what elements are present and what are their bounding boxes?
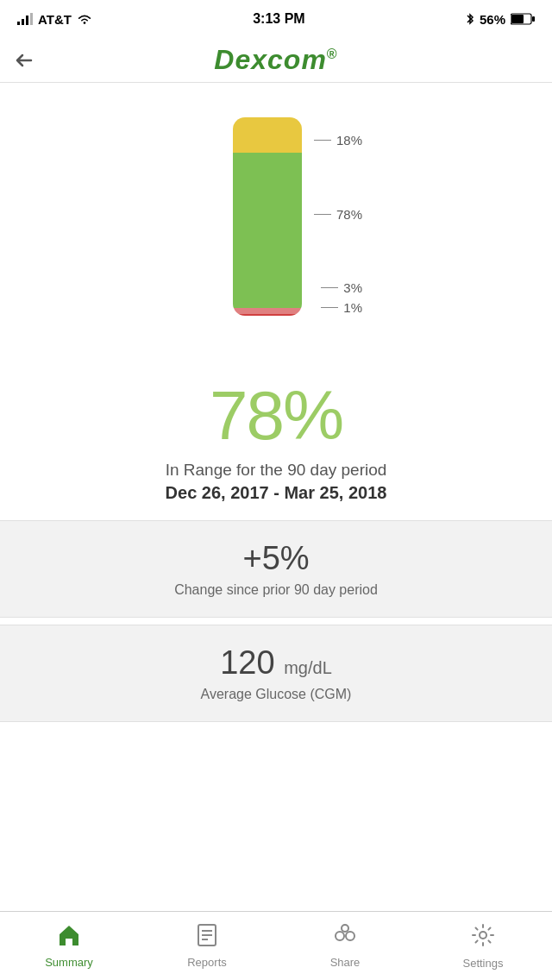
bluetooth-icon: [466, 12, 474, 26]
bottom-nav: Summary Reports Share: [0, 911, 552, 980]
status-time: 3:13 PM: [253, 11, 304, 27]
status-right: 56%: [466, 12, 535, 27]
big-percentage: 78%: [0, 376, 552, 455]
nav-reports[interactable]: Reports: [138, 912, 276, 980]
brand-logo: Dexcom®: [214, 44, 337, 76]
status-left: AT&T: [17, 12, 92, 27]
reports-label: Reports: [187, 956, 227, 969]
svg-rect-0: [17, 22, 20, 25]
signal-icon: [17, 13, 33, 25]
svg-point-14: [342, 925, 348, 932]
main-content: 18% 78% 3% 1% 78% In Range for the 90 da…: [0, 83, 552, 911]
app-header: Dexcom®: [0, 38, 552, 83]
svg-point-15: [480, 932, 486, 939]
svg-point-4: [84, 22, 86, 24]
glucose-value: 120 mg/dL: [17, 644, 535, 682]
share-icon: [331, 924, 359, 952]
change-value: +5%: [17, 540, 535, 577]
svg-rect-1: [22, 19, 24, 25]
chart-labels: 18% 78% 3% 1%: [190, 117, 362, 316]
chart-area: 18% 78% 3% 1%: [0, 100, 552, 368]
svg-rect-6: [511, 15, 524, 23]
share-label: Share: [330, 956, 361, 969]
svg-point-13: [346, 932, 354, 940]
nav-settings[interactable]: Settings: [414, 912, 552, 980]
svg-rect-2: [26, 16, 28, 25]
wifi-icon: [77, 13, 92, 25]
battery-percent: 56%: [480, 12, 505, 27]
carrier-label: AT&T: [38, 12, 72, 27]
in-range-text: In Range for the 90 day period: [0, 461, 552, 480]
svg-point-12: [336, 932, 344, 940]
settings-icon: [471, 923, 495, 953]
svg-rect-7: [532, 16, 535, 22]
reports-icon: [196, 924, 218, 952]
nav-summary[interactable]: Summary: [0, 912, 138, 980]
svg-rect-3: [30, 13, 33, 25]
back-button[interactable]: [14, 50, 34, 71]
glucose-label: Average Glucose (CGM): [17, 687, 535, 702]
label-78: 78%: [314, 207, 362, 222]
label-3: 3%: [321, 280, 362, 295]
settings-label: Settings: [463, 957, 504, 970]
label-1: 1%: [321, 300, 362, 315]
change-card: +5% Change since prior 90 day period: [0, 520, 552, 618]
bar-chart-container: 18% 78% 3% 1%: [190, 109, 362, 350]
battery-icon: [511, 13, 535, 25]
glucose-card: 120 mg/dL Average Glucose (CGM): [0, 625, 552, 722]
label-18: 18%: [314, 133, 362, 148]
home-icon: [57, 924, 81, 952]
nav-share[interactable]: Share: [276, 912, 414, 980]
change-label: Change since prior 90 day period: [17, 582, 535, 598]
status-bar: AT&T 3:13 PM 56%: [0, 0, 552, 38]
date-range: Dec 26, 2017 - Mar 25, 2018: [0, 483, 552, 503]
back-arrow-icon: [14, 50, 34, 71]
summary-label: Summary: [45, 956, 93, 969]
